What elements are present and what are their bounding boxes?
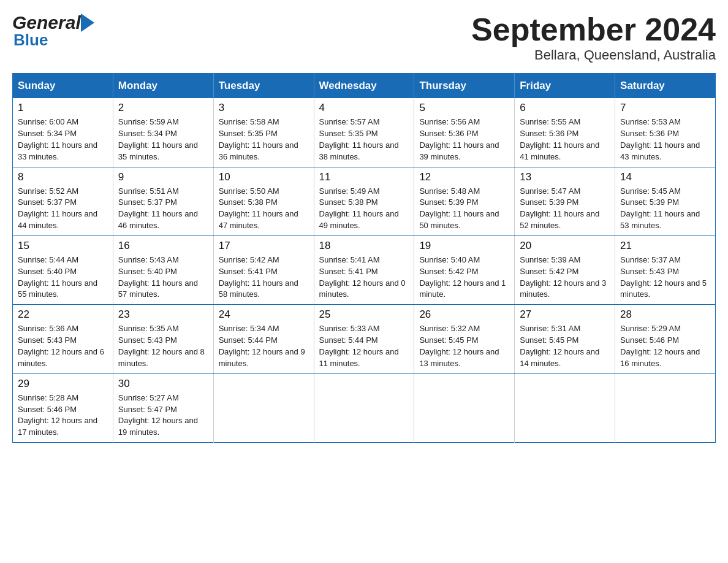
sunset-label: Sunset: 5:43 PM bbox=[118, 335, 177, 345]
day-info: Sunrise: 5:57 AM Sunset: 5:35 PM Dayligh… bbox=[319, 117, 409, 163]
table-row: 13 Sunrise: 5:47 AM Sunset: 5:39 PM Dayl… bbox=[515, 167, 615, 236]
table-row: 9 Sunrise: 5:51 AM Sunset: 5:37 PM Dayli… bbox=[113, 167, 213, 236]
day-number: 22 bbox=[18, 308, 108, 321]
table-row: 3 Sunrise: 5:58 AM Sunset: 5:35 PM Dayli… bbox=[213, 98, 314, 167]
daylight-label: Daylight: 12 hours and 0 minutes. bbox=[319, 278, 406, 299]
day-number: 11 bbox=[319, 171, 409, 183]
sunrise-label: Sunrise: 5:50 AM bbox=[219, 186, 279, 196]
sunset-label: Sunset: 5:35 PM bbox=[319, 129, 378, 138]
sunrise-label: Sunrise: 5:32 AM bbox=[419, 324, 480, 333]
day-number: 4 bbox=[319, 102, 409, 114]
table-row: 4 Sunrise: 5:57 AM Sunset: 5:35 PM Dayli… bbox=[314, 98, 414, 167]
sunrise-label: Sunrise: 5:35 AM bbox=[118, 324, 179, 333]
day-number: 23 bbox=[118, 308, 208, 321]
daylight-label: Daylight: 11 hours and 57 minutes. bbox=[118, 278, 198, 299]
day-number: 25 bbox=[319, 308, 409, 321]
table-row: 5 Sunrise: 5:56 AM Sunset: 5:36 PM Dayli… bbox=[414, 98, 515, 167]
logo-triangle-icon bbox=[81, 13, 94, 32]
daylight-label: Daylight: 11 hours and 35 minutes. bbox=[118, 140, 198, 161]
day-info: Sunrise: 5:52 AM Sunset: 5:37 PM Dayligh… bbox=[18, 186, 108, 232]
day-info: Sunrise: 5:47 AM Sunset: 5:39 PM Dayligh… bbox=[520, 186, 610, 232]
table-row: 15 Sunrise: 5:44 AM Sunset: 5:40 PM Dayl… bbox=[13, 236, 113, 304]
table-row: 17 Sunrise: 5:42 AM Sunset: 5:41 PM Dayl… bbox=[213, 236, 314, 304]
sunset-label: Sunset: 5:37 PM bbox=[118, 197, 177, 207]
day-info: Sunrise: 5:37 AM Sunset: 5:43 PM Dayligh… bbox=[620, 255, 710, 301]
sunset-label: Sunset: 5:45 PM bbox=[419, 335, 478, 345]
col-saturday: Saturday bbox=[615, 74, 716, 99]
daylight-label: Daylight: 12 hours and 3 minutes. bbox=[520, 278, 606, 299]
table-row: 19 Sunrise: 5:40 AM Sunset: 5:42 PM Dayl… bbox=[414, 236, 515, 304]
table-row: 12 Sunrise: 5:48 AM Sunset: 5:39 PM Dayl… bbox=[414, 167, 515, 236]
day-number: 10 bbox=[219, 171, 309, 183]
sunrise-label: Sunrise: 5:52 AM bbox=[18, 186, 78, 196]
sunset-label: Sunset: 5:46 PM bbox=[18, 405, 77, 414]
calendar-week-2: 8 Sunrise: 5:52 AM Sunset: 5:37 PM Dayli… bbox=[13, 167, 716, 236]
table-row: 14 Sunrise: 5:45 AM Sunset: 5:39 PM Dayl… bbox=[615, 167, 716, 236]
day-number: 14 bbox=[620, 171, 710, 183]
day-number: 3 bbox=[219, 102, 309, 114]
daylight-label: Daylight: 11 hours and 36 minutes. bbox=[219, 140, 298, 161]
sunset-label: Sunset: 5:47 PM bbox=[118, 405, 177, 414]
calendar-week-5: 29 Sunrise: 5:28 AM Sunset: 5:46 PM Dayl… bbox=[13, 373, 716, 442]
sunrise-label: Sunrise: 5:34 AM bbox=[219, 324, 279, 333]
calendar-table: Sunday Monday Tuesday Wednesday Thursday… bbox=[12, 73, 716, 443]
day-info: Sunrise: 5:45 AM Sunset: 5:39 PM Dayligh… bbox=[620, 186, 710, 232]
daylight-label: Daylight: 12 hours and 11 minutes. bbox=[319, 347, 399, 368]
daylight-label: Daylight: 11 hours and 39 minutes. bbox=[419, 140, 499, 161]
sunset-label: Sunset: 5:42 PM bbox=[520, 267, 578, 276]
day-info: Sunrise: 5:35 AM Sunset: 5:43 PM Dayligh… bbox=[118, 323, 208, 369]
day-number: 19 bbox=[419, 240, 509, 252]
calendar-week-3: 15 Sunrise: 5:44 AM Sunset: 5:40 PM Dayl… bbox=[13, 236, 716, 304]
table-row: 8 Sunrise: 5:52 AM Sunset: 5:37 PM Dayli… bbox=[13, 167, 113, 236]
day-info: Sunrise: 5:53 AM Sunset: 5:36 PM Dayligh… bbox=[620, 117, 710, 163]
sunrise-label: Sunrise: 5:59 AM bbox=[118, 117, 179, 126]
table-row: 20 Sunrise: 5:39 AM Sunset: 5:42 PM Dayl… bbox=[515, 236, 615, 304]
table-row bbox=[314, 373, 414, 442]
day-info: Sunrise: 5:28 AM Sunset: 5:46 PM Dayligh… bbox=[18, 393, 108, 439]
day-info: Sunrise: 5:39 AM Sunset: 5:42 PM Dayligh… bbox=[520, 255, 610, 301]
daylight-label: Daylight: 11 hours and 49 minutes. bbox=[319, 209, 399, 230]
day-info: Sunrise: 5:59 AM Sunset: 5:34 PM Dayligh… bbox=[118, 117, 208, 163]
daylight-label: Daylight: 12 hours and 16 minutes. bbox=[620, 347, 700, 368]
calendar-title-area: September 2024 Bellara, Queensland, Aust… bbox=[471, 12, 716, 63]
table-row: 18 Sunrise: 5:41 AM Sunset: 5:41 PM Dayl… bbox=[314, 236, 414, 304]
sunrise-label: Sunrise: 6:00 AM bbox=[18, 117, 78, 126]
col-tuesday: Tuesday bbox=[213, 74, 314, 99]
day-info: Sunrise: 5:51 AM Sunset: 5:37 PM Dayligh… bbox=[118, 186, 208, 232]
sunrise-label: Sunrise: 5:41 AM bbox=[319, 255, 380, 264]
sunset-label: Sunset: 5:34 PM bbox=[118, 129, 177, 138]
daylight-label: Daylight: 11 hours and 50 minutes. bbox=[419, 209, 499, 230]
day-info: Sunrise: 5:33 AM Sunset: 5:44 PM Dayligh… bbox=[319, 323, 409, 369]
sunrise-label: Sunrise: 5:29 AM bbox=[620, 324, 681, 333]
table-row: 16 Sunrise: 5:43 AM Sunset: 5:40 PM Dayl… bbox=[113, 236, 213, 304]
daylight-label: Daylight: 11 hours and 58 minutes. bbox=[219, 278, 298, 299]
table-row: 10 Sunrise: 5:50 AM Sunset: 5:38 PM Dayl… bbox=[213, 167, 314, 236]
sunset-label: Sunset: 5:46 PM bbox=[620, 335, 679, 345]
col-friday: Friday bbox=[515, 74, 615, 99]
day-info: Sunrise: 5:44 AM Sunset: 5:40 PM Dayligh… bbox=[18, 255, 108, 301]
day-number: 20 bbox=[520, 240, 610, 252]
daylight-label: Daylight: 11 hours and 41 minutes. bbox=[520, 140, 599, 161]
day-info: Sunrise: 6:00 AM Sunset: 5:34 PM Dayligh… bbox=[18, 117, 108, 163]
sunrise-label: Sunrise: 5:44 AM bbox=[18, 255, 78, 264]
page-header: General Blue September 2024 Bellara, Que… bbox=[12, 12, 716, 63]
table-row: 7 Sunrise: 5:53 AM Sunset: 5:36 PM Dayli… bbox=[615, 98, 716, 167]
sunrise-label: Sunrise: 5:45 AM bbox=[620, 186, 681, 196]
sunset-label: Sunset: 5:43 PM bbox=[620, 267, 679, 276]
day-info: Sunrise: 5:43 AM Sunset: 5:40 PM Dayligh… bbox=[118, 255, 208, 301]
sunrise-label: Sunrise: 5:57 AM bbox=[319, 117, 380, 126]
daylight-label: Daylight: 11 hours and 44 minutes. bbox=[18, 209, 97, 230]
table-row: 26 Sunrise: 5:32 AM Sunset: 5:45 PM Dayl… bbox=[414, 305, 515, 373]
day-number: 6 bbox=[520, 102, 610, 114]
sunrise-label: Sunrise: 5:31 AM bbox=[520, 324, 580, 333]
sunrise-label: Sunrise: 5:49 AM bbox=[319, 186, 380, 196]
col-wednesday: Wednesday bbox=[314, 74, 414, 99]
table-row: 1 Sunrise: 6:00 AM Sunset: 5:34 PM Dayli… bbox=[13, 98, 113, 167]
daylight-label: Daylight: 11 hours and 52 minutes. bbox=[520, 209, 599, 230]
sunrise-label: Sunrise: 5:39 AM bbox=[520, 255, 580, 264]
table-row: 25 Sunrise: 5:33 AM Sunset: 5:44 PM Dayl… bbox=[314, 305, 414, 373]
day-info: Sunrise: 5:32 AM Sunset: 5:45 PM Dayligh… bbox=[419, 323, 509, 369]
day-number: 30 bbox=[118, 378, 208, 390]
sunset-label: Sunset: 5:43 PM bbox=[18, 335, 77, 345]
table-row: 23 Sunrise: 5:35 AM Sunset: 5:43 PM Dayl… bbox=[113, 305, 213, 373]
